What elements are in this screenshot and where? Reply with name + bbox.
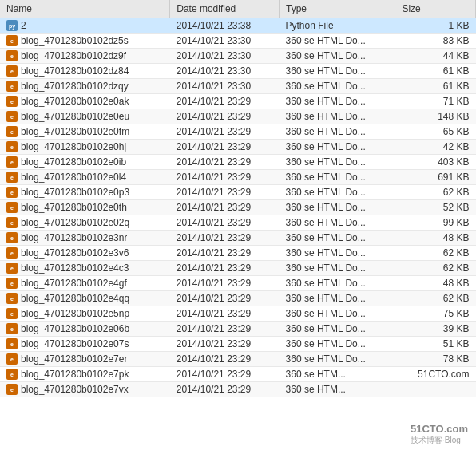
file-name-text: blog_4701280b0102e0fm	[21, 126, 129, 137]
html-icon: e	[6, 202, 18, 213]
file-size-cell: 52 KB	[395, 200, 476, 215]
table-row[interactable]: eblog_4701280b0102dz5s2014/10/21 23:3036…	[0, 34, 476, 49]
table-row[interactable]: eblog_4701280b0102e02q2014/10/21 23:2936…	[0, 215, 476, 231]
table-row[interactable]: eblog_4701280b0102e7er2014/10/21 23:2936…	[0, 352, 476, 367]
file-type-cell: 360 se HTML Do...	[280, 261, 395, 276]
table-row[interactable]: eblog_4701280b0102e0hj2014/10/21 23:2936…	[0, 140, 476, 155]
file-size-cell: 65 KB	[395, 124, 476, 140]
file-type-cell: 360 se HTML Do...	[280, 231, 395, 246]
column-header-size[interactable]: Size	[395, 0, 476, 18]
file-name-cell: eblog_4701280b0102dz5s	[0, 34, 170, 49]
file-name-text: blog_4701280b0102e4c3	[21, 263, 129, 274]
file-date-cell: 2014/10/21 23:30	[170, 64, 280, 79]
file-name-text: blog_4701280b0102dzqy	[21, 81, 129, 92]
html-icon: e	[6, 263, 18, 274]
file-name-text: blog_4701280b0102e7vx	[21, 384, 129, 395]
html-icon: e	[6, 35, 18, 46]
column-header-date[interactable]: Date modified	[170, 0, 280, 18]
file-size-cell: 71 KB	[395, 94, 476, 109]
html-icon: e	[6, 50, 18, 61]
python-icon: py	[6, 20, 18, 31]
table-row[interactable]: eblog_4701280b0102e0ib2014/10/21 23:2936…	[0, 155, 476, 170]
html-icon: e	[6, 187, 18, 198]
table-row[interactable]: eblog_4701280b0102e0l42014/10/21 23:2936…	[0, 170, 476, 185]
table-row[interactable]: eblog_4701280b0102e4gf2014/10/21 23:2936…	[0, 276, 476, 291]
html-icon: e	[6, 278, 18, 289]
file-size-cell: 75 KB	[395, 306, 476, 322]
file-date-cell: 2014/10/21 23:29	[170, 155, 280, 170]
file-name-cell: py2	[0, 18, 170, 34]
table-row[interactable]: eblog_4701280b0102e7vx2014/10/21 23:2936…	[0, 382, 476, 397]
file-type-cell: 360 se HTML Do...	[280, 64, 395, 79]
file-type-cell: 360 se HTML Do...	[280, 185, 395, 200]
file-date-cell: 2014/10/21 23:29	[170, 200, 280, 215]
table-row[interactable]: eblog_4701280b0102e7pk2014/10/21 23:2936…	[0, 367, 476, 382]
table-row[interactable]: eblog_4701280b0102e0ak2014/10/21 23:2936…	[0, 94, 476, 109]
file-name-cell: eblog_4701280b0102e0hj	[0, 140, 170, 155]
file-size-cell: 44 KB	[395, 49, 476, 64]
table-row[interactable]: eblog_4701280b0102dz9f2014/10/21 23:3036…	[0, 49, 476, 64]
table-row[interactable]: eblog_4701280b0102e06b2014/10/21 23:2936…	[0, 322, 476, 337]
file-name-cell: eblog_4701280b0102e3v6	[0, 246, 170, 261]
file-name-text: blog_4701280b0102e7er	[21, 353, 127, 365]
html-icon: e	[6, 111, 18, 122]
file-name-cell: eblog_4701280b0102dzqy	[0, 79, 170, 94]
html-icon: e	[6, 293, 18, 304]
file-name-cell: eblog_4701280b0102e4c3	[0, 261, 170, 276]
file-type-cell: 360 se HTML Do...	[280, 306, 395, 322]
table-row[interactable]: eblog_4701280b0102e3v62014/10/21 23:2936…	[0, 246, 476, 261]
file-size-cell: 61 KB	[395, 79, 476, 94]
file-name-cell: eblog_4701280b0102e4qq	[0, 291, 170, 306]
html-icon: e	[6, 126, 18, 137]
file-type-cell: 360 se HTML Do...	[280, 49, 395, 64]
file-name-text: blog_4701280b0102e0p3	[21, 187, 129, 198]
file-name-cell: eblog_4701280b0102e4gf	[0, 276, 170, 291]
file-date-cell: 2014/10/21 23:29	[170, 215, 280, 231]
file-date-cell: 2014/10/21 23:29	[170, 246, 280, 261]
html-icon: e	[6, 323, 18, 334]
table-row[interactable]: eblog_4701280b0102dz842014/10/21 23:3036…	[0, 64, 476, 79]
html-icon: e	[6, 141, 18, 152]
file-size-cell: 691 KB	[395, 170, 476, 185]
file-date-cell: 2014/10/21 23:29	[170, 367, 280, 382]
file-date-cell: 2014/10/21 23:29	[170, 291, 280, 306]
file-date-cell: 2014/10/21 23:29	[170, 337, 280, 352]
file-type-cell: 360 se HTML Do...	[280, 124, 395, 140]
file-name-text: blog_4701280b0102dz9f	[21, 50, 126, 61]
table-row[interactable]: eblog_4701280b0102dzqy2014/10/21 23:3036…	[0, 79, 476, 94]
file-size-cell: 42 KB	[395, 140, 476, 155]
file-name-text: blog_4701280b0102e0l4	[21, 172, 126, 183]
table-row[interactable]: eblog_4701280b0102e0eu2014/10/21 23:2936…	[0, 109, 476, 124]
column-header-name[interactable]: Name	[0, 0, 170, 18]
file-size-cell: 148 KB	[395, 109, 476, 124]
file-name-text: blog_4701280b0102e0ak	[21, 96, 129, 107]
table-row[interactable]: eblog_4701280b0102e07s2014/10/21 23:2936…	[0, 337, 476, 352]
file-type-cell: 360 se HTML Do...	[280, 34, 395, 49]
table-header-row: Name Date modified Type Size	[0, 0, 476, 18]
table-row[interactable]: eblog_4701280b0102e0fm2014/10/21 23:2936…	[0, 124, 476, 140]
table-row[interactable]: eblog_4701280b0102e4c32014/10/21 23:2936…	[0, 261, 476, 276]
table-row[interactable]: eblog_4701280b0102e0th2014/10/21 23:2936…	[0, 200, 476, 215]
table-row[interactable]: eblog_4701280b0102e0p32014/10/21 23:2936…	[0, 185, 476, 200]
table-row[interactable]: eblog_4701280b0102e5np2014/10/21 23:2936…	[0, 306, 476, 322]
file-date-cell: 2014/10/21 23:29	[170, 124, 280, 140]
file-name-text: blog_4701280b0102e4qq	[21, 293, 129, 304]
file-type-cell: 360 se HTML Do...	[280, 352, 395, 367]
file-date-cell: 2014/10/21 23:29	[170, 322, 280, 337]
file-date-cell: 2014/10/21 23:29	[170, 231, 280, 246]
file-name-text: blog_4701280b0102dz84	[21, 65, 129, 77]
table-row[interactable]: eblog_4701280b0102e4qq2014/10/21 23:2936…	[0, 291, 476, 306]
table-row[interactable]: py22014/10/21 23:38Python File1 KB	[0, 18, 476, 34]
file-size-cell: 1 KB	[395, 18, 476, 34]
column-header-type[interactable]: Type	[280, 0, 395, 18]
html-icon: e	[6, 247, 18, 259]
file-type-cell: 360 se HTML Do...	[280, 140, 395, 155]
html-icon: e	[6, 232, 18, 243]
html-icon: e	[6, 369, 18, 380]
file-name-cell: eblog_4701280b0102dz9f	[0, 49, 170, 64]
file-size-cell: 62 KB	[395, 291, 476, 306]
file-size-cell	[395, 382, 476, 397]
file-size-cell: 48 KB	[395, 276, 476, 291]
table-row[interactable]: eblog_4701280b0102e3nr2014/10/21 23:2936…	[0, 231, 476, 246]
html-icon: e	[6, 96, 18, 107]
